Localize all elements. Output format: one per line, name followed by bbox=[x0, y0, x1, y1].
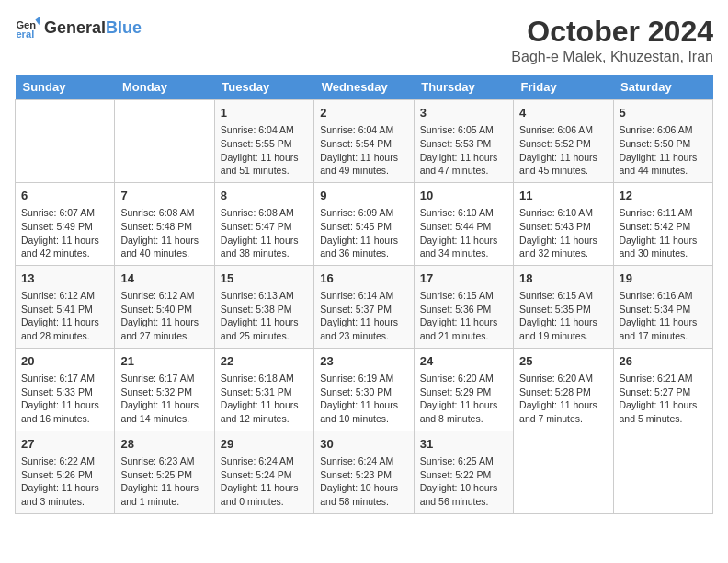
calendar-cell: 12Sunrise: 6:11 AM Sunset: 5:42 PM Dayli… bbox=[613, 182, 712, 265]
cell-content: Sunrise: 6:13 AM Sunset: 5:38 PM Dayligh… bbox=[221, 289, 308, 343]
day-number: 24 bbox=[420, 353, 507, 370]
cell-content: Sunrise: 6:25 AM Sunset: 5:22 PM Dayligh… bbox=[420, 454, 507, 509]
day-number: 29 bbox=[221, 436, 308, 453]
cell-content: Sunrise: 6:06 AM Sunset: 5:52 PM Dayligh… bbox=[519, 123, 607, 178]
calendar-cell: 17Sunrise: 6:15 AM Sunset: 5:36 PM Dayli… bbox=[414, 265, 513, 348]
subtitle: Bagh-e Malek, Khuzestan, Iran bbox=[511, 49, 713, 65]
day-number: 16 bbox=[320, 270, 407, 287]
day-number: 22 bbox=[221, 353, 308, 370]
calendar-cell: 27Sunrise: 6:22 AM Sunset: 5:26 PM Dayli… bbox=[16, 431, 115, 513]
calendar-cell bbox=[115, 100, 214, 183]
day-number: 10 bbox=[420, 188, 507, 204]
calendar-cell: 6Sunrise: 6:07 AM Sunset: 5:49 PM Daylig… bbox=[16, 182, 115, 265]
calendar-cell: 10Sunrise: 6:10 AM Sunset: 5:44 PM Dayli… bbox=[414, 182, 513, 265]
calendar-cell: 7Sunrise: 6:08 AM Sunset: 5:48 PM Daylig… bbox=[115, 182, 214, 265]
day-number: 18 bbox=[519, 270, 607, 287]
cell-content: Sunrise: 6:14 AM Sunset: 5:37 PM Dayligh… bbox=[320, 289, 407, 343]
cell-content: Sunrise: 6:22 AM Sunset: 5:26 PM Dayligh… bbox=[21, 454, 108, 509]
cell-content: Sunrise: 6:24 AM Sunset: 5:24 PM Dayligh… bbox=[221, 454, 308, 509]
title-section: October 2024 Bagh-e Malek, Khuzestan, Ir… bbox=[511, 15, 713, 65]
calendar-cell: 3Sunrise: 6:05 AM Sunset: 5:53 PM Daylig… bbox=[414, 100, 513, 183]
day-number: 30 bbox=[320, 436, 407, 453]
cell-content: Sunrise: 6:17 AM Sunset: 5:32 PM Dayligh… bbox=[120, 372, 208, 426]
cell-content: Sunrise: 6:16 AM Sunset: 5:34 PM Dayligh… bbox=[620, 289, 707, 343]
calendar-cell: 26Sunrise: 6:21 AM Sunset: 5:27 PM Dayli… bbox=[613, 348, 712, 431]
calendar-cell: 5Sunrise: 6:06 AM Sunset: 5:50 PM Daylig… bbox=[613, 100, 712, 183]
cell-content: Sunrise: 6:10 AM Sunset: 5:43 PM Dayligh… bbox=[519, 206, 607, 260]
calendar-cell: 13Sunrise: 6:12 AM Sunset: 5:41 PM Dayli… bbox=[16, 265, 115, 348]
cell-content: Sunrise: 6:24 AM Sunset: 5:23 PM Dayligh… bbox=[320, 454, 407, 509]
calendar-cell bbox=[514, 431, 613, 513]
cell-content: Sunrise: 6:23 AM Sunset: 5:25 PM Dayligh… bbox=[120, 454, 208, 509]
calendar-table: Sunday Monday Tuesday Wednesday Thursday… bbox=[15, 75, 713, 514]
day-number: 31 bbox=[420, 436, 507, 453]
cell-content: Sunrise: 6:11 AM Sunset: 5:42 PM Dayligh… bbox=[620, 206, 707, 260]
calendar-cell: 18Sunrise: 6:15 AM Sunset: 5:35 PM Dayli… bbox=[514, 265, 613, 348]
col-friday: Friday bbox=[514, 75, 613, 100]
logo: Gen eral GeneralBlue bbox=[15, 15, 142, 40]
calendar-cell bbox=[613, 431, 712, 513]
calendar-cell: 31Sunrise: 6:25 AM Sunset: 5:22 PM Dayli… bbox=[414, 431, 513, 513]
day-number: 12 bbox=[620, 188, 707, 204]
calendar-cell: 30Sunrise: 6:24 AM Sunset: 5:23 PM Dayli… bbox=[314, 431, 414, 513]
header-row: Sunday Monday Tuesday Wednesday Thursday… bbox=[16, 75, 713, 100]
week-row-5: 27Sunrise: 6:22 AM Sunset: 5:26 PM Dayli… bbox=[16, 431, 713, 513]
day-number: 19 bbox=[620, 270, 707, 287]
col-sunday: Sunday bbox=[16, 75, 115, 100]
calendar-cell: 14Sunrise: 6:12 AM Sunset: 5:40 PM Dayli… bbox=[115, 265, 214, 348]
cell-content: Sunrise: 6:08 AM Sunset: 5:47 PM Dayligh… bbox=[221, 206, 308, 260]
calendar-cell: 23Sunrise: 6:19 AM Sunset: 5:30 PM Dayli… bbox=[314, 348, 414, 431]
calendar-cell: 22Sunrise: 6:18 AM Sunset: 5:31 PM Dayli… bbox=[214, 348, 313, 431]
cell-content: Sunrise: 6:08 AM Sunset: 5:48 PM Dayligh… bbox=[120, 206, 208, 260]
calendar-cell: 11Sunrise: 6:10 AM Sunset: 5:43 PM Dayli… bbox=[514, 182, 613, 265]
calendar-body: 1Sunrise: 6:04 AM Sunset: 5:55 PM Daylig… bbox=[16, 100, 713, 514]
day-number: 20 bbox=[21, 353, 108, 370]
calendar-cell: 25Sunrise: 6:20 AM Sunset: 5:28 PM Dayli… bbox=[514, 348, 613, 431]
logo-blue: Blue bbox=[106, 18, 142, 38]
day-number: 15 bbox=[221, 270, 308, 287]
svg-marker-2 bbox=[35, 16, 40, 25]
calendar-cell: 20Sunrise: 6:17 AM Sunset: 5:33 PM Dayli… bbox=[16, 348, 115, 431]
day-number: 2 bbox=[320, 105, 407, 121]
day-number: 1 bbox=[221, 105, 308, 121]
svg-text:eral: eral bbox=[16, 29, 34, 40]
day-number: 8 bbox=[221, 188, 308, 204]
col-thursday: Thursday bbox=[414, 75, 513, 100]
col-tuesday: Tuesday bbox=[214, 75, 313, 100]
day-number: 4 bbox=[519, 105, 607, 121]
cell-content: Sunrise: 6:12 AM Sunset: 5:41 PM Dayligh… bbox=[21, 289, 108, 343]
main-title: October 2024 bbox=[511, 15, 713, 49]
week-row-1: 1Sunrise: 6:04 AM Sunset: 5:55 PM Daylig… bbox=[16, 100, 713, 183]
cell-content: Sunrise: 6:15 AM Sunset: 5:35 PM Dayligh… bbox=[519, 289, 607, 343]
cell-content: Sunrise: 6:19 AM Sunset: 5:30 PM Dayligh… bbox=[320, 372, 407, 426]
day-number: 5 bbox=[620, 105, 707, 121]
day-number: 23 bbox=[320, 353, 407, 370]
cell-content: Sunrise: 6:21 AM Sunset: 5:27 PM Dayligh… bbox=[620, 372, 707, 426]
cell-content: Sunrise: 6:12 AM Sunset: 5:40 PM Dayligh… bbox=[120, 289, 208, 343]
day-number: 26 bbox=[620, 353, 707, 370]
cell-content: Sunrise: 6:04 AM Sunset: 5:54 PM Dayligh… bbox=[320, 123, 407, 178]
day-number: 14 bbox=[120, 270, 208, 287]
calendar-cell: 8Sunrise: 6:08 AM Sunset: 5:47 PM Daylig… bbox=[214, 182, 313, 265]
day-number: 3 bbox=[420, 105, 507, 121]
week-row-4: 20Sunrise: 6:17 AM Sunset: 5:33 PM Dayli… bbox=[16, 348, 713, 431]
calendar-cell: 9Sunrise: 6:09 AM Sunset: 5:45 PM Daylig… bbox=[314, 182, 414, 265]
cell-content: Sunrise: 6:20 AM Sunset: 5:29 PM Dayligh… bbox=[420, 372, 507, 426]
calendar-cell: 15Sunrise: 6:13 AM Sunset: 5:38 PM Dayli… bbox=[214, 265, 313, 348]
calendar-cell: 2Sunrise: 6:04 AM Sunset: 5:54 PM Daylig… bbox=[314, 100, 414, 183]
calendar-cell: 4Sunrise: 6:06 AM Sunset: 5:52 PM Daylig… bbox=[514, 100, 613, 183]
calendar-cell: 21Sunrise: 6:17 AM Sunset: 5:32 PM Dayli… bbox=[115, 348, 214, 431]
col-wednesday: Wednesday bbox=[314, 75, 414, 100]
calendar-header: Sunday Monday Tuesday Wednesday Thursday… bbox=[16, 75, 713, 100]
day-number: 25 bbox=[519, 353, 607, 370]
cell-content: Sunrise: 6:09 AM Sunset: 5:45 PM Dayligh… bbox=[320, 206, 407, 260]
day-number: 21 bbox=[120, 353, 208, 370]
cell-content: Sunrise: 6:04 AM Sunset: 5:55 PM Dayligh… bbox=[221, 123, 308, 178]
calendar-cell bbox=[16, 100, 115, 183]
logo-general: General bbox=[44, 18, 106, 38]
day-number: 17 bbox=[420, 270, 507, 287]
day-number: 9 bbox=[320, 188, 407, 204]
day-number: 7 bbox=[120, 188, 208, 204]
cell-content: Sunrise: 6:18 AM Sunset: 5:31 PM Dayligh… bbox=[221, 372, 308, 426]
calendar-cell: 1Sunrise: 6:04 AM Sunset: 5:55 PM Daylig… bbox=[214, 100, 313, 183]
